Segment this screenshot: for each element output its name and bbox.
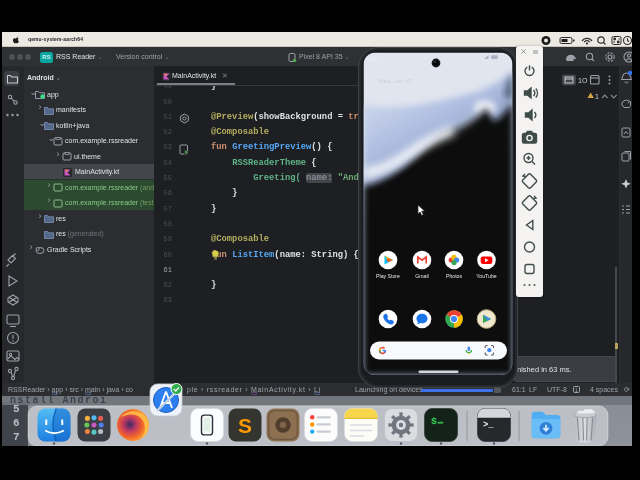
svg-text:YouTube: YouTube [476,273,496,279]
svg-text:1O: 1O [578,77,588,84]
svg-text:Play Store: Play Store [376,273,400,279]
svg-text:1: 1 [595,93,599,100]
svg-text:Gmail: Gmail [415,273,429,279]
svg-text:Wed, Jan 17: Wed, Jan 17 [378,78,412,84]
svg-text:>_: >_ [483,420,494,430]
svg-text:Photos: Photos [446,273,463,279]
svg-text:$: $ [431,416,437,427]
svg-text:4:01: 4:01 [366,56,378,62]
svg-text:S: S [238,414,252,437]
